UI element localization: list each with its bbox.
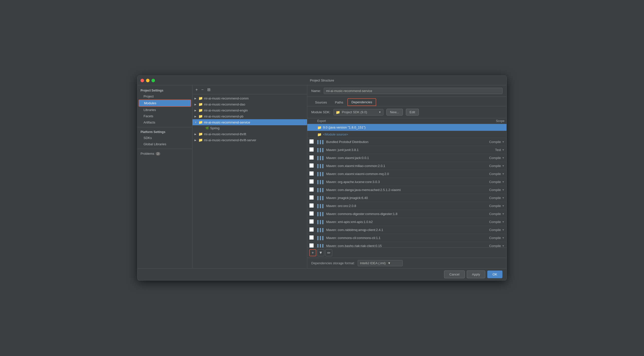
close-button[interactable] [140,79,144,82]
maven-icon: ▌▌▌ [317,196,325,200]
dep-scope[interactable]: Test ▼ [480,148,504,152]
dep-row-miliao-common[interactable]: ▌▌▌ Maven: com.xiaomi:miliao-common:2.0.… [307,162,506,170]
dep-checkbox[interactable] [309,211,314,216]
tree-item-spring[interactable]: 🌿 Spring [192,125,307,131]
copy-module-button[interactable]: ⊞ [206,87,212,92]
move-down-button[interactable]: ▼ [317,249,324,256]
sidebar-item-artifacts[interactable]: Artifacts [138,119,191,125]
tab-sources[interactable]: Sources [311,99,331,106]
remove-module-button[interactable]: − [200,87,204,92]
tree-item-dao[interactable]: ▶ 📁 mi-ai-music-recommend-dao [192,101,307,107]
add-module-button[interactable]: + [194,87,199,92]
dep-checkbox[interactable] [309,155,314,160]
dep-checkbox[interactable] [309,163,314,168]
dep-scope[interactable]: Compile ▼ [480,196,504,200]
edit-sdk-button[interactable]: Edit [406,109,419,115]
dep-checkbox[interactable] [309,243,314,248]
dep-row-jmagick[interactable]: ▌▌▌ Maven: jmagick:jmagick:6.40 Compile … [307,194,506,202]
tree-item-label: mi-ai-music-recommend-thrift-server [204,138,256,142]
main-content: Project Settings Project Modules Librari… [138,85,506,268]
tab-dependencies[interactable]: Dependencies [348,98,376,106]
maximize-button[interactable] [152,79,155,82]
sdk-select[interactable]: 📁 Project SDK (9.0) ▼ [334,109,384,115]
dep-scope[interactable]: Compile ▼ [480,172,504,176]
minimize-button[interactable] [146,79,150,82]
apply-button[interactable]: Apply [467,270,486,278]
dep-scope[interactable]: Compile ▼ [480,236,504,240]
dep-row-xml-apis[interactable]: ▌▌▌ Maven: xml-apis:xml-apis:1.0.b2 Comp… [307,218,506,226]
dep-checkbox[interactable] [309,139,314,144]
new-sdk-button[interactable]: New... [386,109,403,115]
tab-paths[interactable]: Paths [331,99,347,106]
dep-scope[interactable]: Compile ▼ [480,220,504,224]
dep-checkbox[interactable] [309,227,314,232]
dep-checkbox[interactable] [309,147,314,152]
dep-checkbox[interactable] [309,195,314,200]
dep-scope[interactable]: Compile ▼ [480,212,504,216]
dep-checkbox[interactable] [309,235,314,240]
tree-item-label: mi-ai-music-recommend-thrift [204,132,246,136]
scope-arrow: ▼ [502,181,504,183]
tree-item-comm[interactable]: ▶ 📁 mi-ai-music-recommend-comm [192,95,307,101]
tree-item-label: mi-ai-music-recommend-pb [204,114,243,118]
dep-scope[interactable]: Compile ▼ [480,180,504,184]
sidebar-item-modules[interactable]: Modules [138,99,191,107]
dependencies-list[interactable]: 📁 9.0 (java version "1.8.0_151") 📁 <Modu… [307,124,506,248]
sidebar-problems[interactable]: Problems 2 [138,150,192,157]
ok-button[interactable]: OK [487,270,502,278]
storage-format-row: Dependencies storage format: IntelliJ ID… [307,258,506,268]
scope-arrow: ▼ [502,205,504,207]
dep-scope[interactable]: Compile ▼ [480,156,504,160]
dep-scope[interactable]: Compile ▼ [480,140,504,144]
dep-scope[interactable]: Compile ▼ [480,228,504,232]
sidebar-item-project[interactable]: Project [138,93,191,99]
cancel-button[interactable]: Cancel [444,270,464,278]
dep-checkbox[interactable] [309,219,314,224]
dep-row-jack[interactable]: ▌▌▌ Maven: com.xiaomi:jack:0.0.1 Compile… [307,154,506,162]
dep-row-oro[interactable]: ▌▌▌ Maven: oro:oro:2.0.8 Compile ▼ [307,202,506,210]
dep-checkbox[interactable] [309,171,314,176]
dep-checkbox[interactable] [309,203,314,208]
expand-arrow: ▼ [194,121,198,124]
tab-sources-label: Sources [315,100,327,104]
tree-item-thrift[interactable]: ▶ 📁 mi-ai-music-recommend-thrift [192,131,307,137]
dep-scope[interactable]: Compile ▼ [480,244,504,248]
dep-row-xiaomi-common-mq[interactable]: ▌▌▌ Maven: com.xiaomi:xiaomi-common-mq:2… [307,170,506,178]
name-row: Name: [307,85,506,97]
sidebar-item-facets[interactable]: Facets [138,113,191,119]
dep-row-junit[interactable]: ▌▌▌ Maven: junit:junit:3.8.1 Test ▼ [307,146,506,154]
module-tree-panel: + − ⊞ ▶ 📁 mi-ai-music-recommend-comm ▶ 📁… [192,85,307,268]
sidebar-item-sdks[interactable]: SDKs [138,135,191,141]
dep-row-memcached[interactable]: ▌▌▌ Maven: com.danga:java-memcached:2.5.… [307,186,506,194]
name-input[interactable] [324,88,502,94]
module-tree[interactable]: ▶ 📁 mi-ai-music-recommend-comm ▶ 📁 mi-ai… [192,94,307,268]
edit-dep-button[interactable]: ✏ [325,249,332,256]
tree-item-service[interactable]: ▼ 📁 mi-ai-music-recommend-service [192,119,307,125]
problems-label: Problems [140,152,154,155]
dep-row-rabbitmq[interactable]: ▌▌▌ Maven: com.rabbitmq:amqp-client:2.4.… [307,226,506,234]
tree-toolbar: + − ⊞ [192,85,307,94]
tree-item-label: mi-ai-music-recommend-comm [204,96,248,100]
tree-item-engin[interactable]: ▶ 📁 mi-ai-music-recommend-engin [192,107,307,113]
dep-row-commons-digester[interactable]: ▌▌▌ Maven: commons-digester:commons-dige… [307,210,506,218]
dep-row-module-source[interactable]: 📁 <Module source> [307,131,506,138]
sidebar-item-label: SDKs [144,136,152,140]
dep-row-commons-cli[interactable]: ▌▌▌ Maven: commons-cli:commons-cli:1.1 C… [307,234,506,242]
tree-item-thrift-server[interactable]: ▶ 📁 mi-ai-music-recommend-thrift-server [192,137,307,143]
tree-item-pb[interactable]: ▶ 📁 mi-ai-music-recommend-pb [192,113,307,119]
sidebar-item-global-libraries[interactable]: Global Libraries [138,141,191,147]
dep-scope[interactable]: Compile ▼ [480,164,504,168]
add-dep-button[interactable]: + [309,249,316,256]
dep-scope[interactable]: Compile ▼ [480,188,504,192]
dep-row-lucene[interactable]: ▌▌▌ Maven: org.apache.lucene:core:3.0.3 … [307,178,506,186]
dep-row-protobuf[interactable]: ▌▌▌ Bundled Protobuf Distribution Compil… [307,138,506,146]
dep-row-jdk[interactable]: 📁 9.0 (java version "1.8.0_151") [307,124,506,131]
dep-checkbox[interactable] [309,179,314,184]
storage-select[interactable]: IntelliJ IDEA (.iml) ▼ [358,260,402,266]
dep-checkbox[interactable] [309,187,314,192]
dep-scope[interactable]: Compile ▼ [480,204,504,208]
problems-badge: 2 [156,152,160,155]
sidebar-item-libraries[interactable]: Libraries [138,107,191,113]
dep-row-riak[interactable]: ▌▌▌ Maven: com.basho.riak:riak-client:0.… [307,242,506,248]
maven-icon: ▌▌▌ [317,244,325,248]
